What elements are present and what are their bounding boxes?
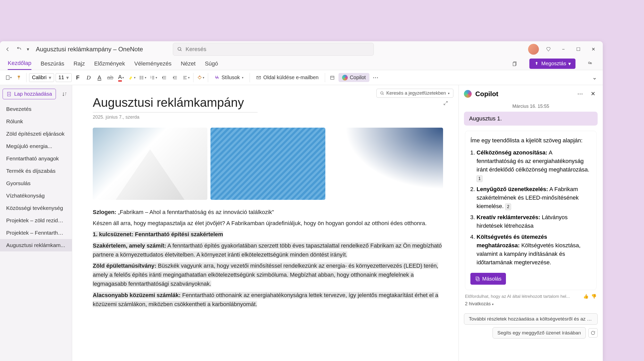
tag-icon[interactable] xyxy=(196,73,205,82)
content-image[interactable] xyxy=(328,128,443,200)
svg-point-7 xyxy=(140,77,140,78)
svg-point-3 xyxy=(588,62,590,64)
page-item[interactable]: Zöld építészeti eljárások xyxy=(0,128,72,140)
search-box[interactable] xyxy=(173,43,374,56)
teams-icon[interactable] xyxy=(585,59,595,69)
page-item[interactable]: Rólunk xyxy=(0,115,72,128)
citation-badge[interactable]: 1 xyxy=(477,175,482,182)
page-item[interactable]: Termék és díjszabás xyxy=(0,165,72,177)
page-item-active[interactable]: Augusztusi reklámkam... xyxy=(0,239,72,251)
copilot-user-message: Augusztus 1. xyxy=(464,112,598,126)
close-button[interactable]: ✕ xyxy=(588,44,599,55)
styles-button[interactable]: Stílusok▾ xyxy=(211,73,247,82)
undo-button[interactable] xyxy=(15,46,23,53)
page-canvas[interactable]: Keresés a jegyzetfüzetekben ▾ Augusztusi… xyxy=(72,85,459,361)
page-title[interactable]: Augusztusi reklámkampány xyxy=(93,95,258,112)
page-item[interactable]: Közösségi tevékenység xyxy=(0,202,72,214)
tab-home[interactable]: Kezdőlap xyxy=(8,57,31,70)
page-item[interactable]: Vízhatékonyság xyxy=(0,190,72,202)
svg-rect-2 xyxy=(513,62,516,66)
tab-view[interactable]: Nézet xyxy=(181,58,196,70)
tab-insert[interactable]: Beszúrás xyxy=(41,58,64,70)
bullet-list-icon[interactable] xyxy=(138,73,147,82)
strikethrough-icon[interactable]: ab xyxy=(106,73,115,82)
sort-icon[interactable] xyxy=(60,89,69,99)
content-image[interactable] xyxy=(210,128,325,200)
copy-button[interactable]: Másolás xyxy=(470,273,506,285)
image-row xyxy=(93,128,443,200)
svg-rect-5 xyxy=(6,76,9,79)
tab-draw[interactable]: Rajz xyxy=(73,58,85,70)
user-avatar[interactable] xyxy=(528,44,539,55)
svg-point-4 xyxy=(590,62,592,64)
copilot-list-item: Lenyűgöző üzenetkezelés: A Fabrikam szak… xyxy=(477,185,591,210)
tab-history[interactable]: Előzmények xyxy=(94,58,125,70)
premium-icon[interactable] xyxy=(543,44,554,55)
back-button[interactable] xyxy=(4,46,11,53)
numbered-list-icon[interactable]: 12 xyxy=(149,73,158,82)
copilot-suggestions: További részletek hozzáadása a költségve… xyxy=(459,311,603,341)
indent-icon[interactable] xyxy=(171,73,180,82)
font-size-select[interactable]: 11▾ xyxy=(56,73,72,82)
notebook-search[interactable]: Keresés a jegyzetfüzetekben ▾ xyxy=(376,89,453,98)
svg-point-8 xyxy=(140,78,140,79)
suggestion-pill[interactable]: További részletek hozzáadása a költségve… xyxy=(464,313,598,325)
copilot-ribbon-button[interactable]: Copilot xyxy=(338,73,369,82)
paste-icon[interactable]: ▾ xyxy=(4,73,13,82)
tab-help[interactable]: Súgó xyxy=(205,58,218,70)
page-sidebar: Lap hozzáadása Bevezetés Rólunk Zöld épí… xyxy=(0,85,72,361)
copilot-timestamp: Március 16. 15:55 xyxy=(459,103,603,110)
page-item[interactable]: Projektek – zöld rezidens... xyxy=(0,214,72,227)
align-icon[interactable] xyxy=(181,73,191,82)
content-image[interactable] xyxy=(93,128,207,200)
tab-review[interactable]: Véleményezés xyxy=(134,58,171,70)
font-name-select[interactable]: Calibri▾ xyxy=(29,73,54,82)
refresh-icon[interactable] xyxy=(588,328,598,338)
copilot-references[interactable]: 2 hivatkozás ▾ xyxy=(459,299,603,311)
email-page-button[interactable]: Oldal küldése e-mailben xyxy=(252,73,322,82)
minimize-button[interactable]: − xyxy=(558,44,569,55)
search-icon xyxy=(177,47,182,52)
qat-dropdown[interactable]: ▾ xyxy=(27,46,29,52)
pages-icon[interactable] xyxy=(510,59,520,69)
page-item[interactable]: Projektek – Fenntartható... xyxy=(0,227,72,239)
search-input[interactable] xyxy=(185,46,369,53)
page-list: Bevezetés Rólunk Zöld építészeti eljárás… xyxy=(0,103,72,361)
ribbon-collapse-icon[interactable]: ⌄ xyxy=(590,73,599,82)
share-label: Megosztás xyxy=(541,61,566,67)
maximize-button[interactable]: ☐ xyxy=(573,44,584,55)
expand-icon[interactable] xyxy=(443,101,448,107)
copilot-response: Íme egy teendőlista a kijelölt szöveg al… xyxy=(465,131,597,290)
copilot-icon xyxy=(342,75,348,80)
page-body[interactable]: Szlogen: „Fabrikam – Ahol a fenntartható… xyxy=(93,208,443,309)
thumbs-down-icon[interactable]: 👎 xyxy=(591,294,597,299)
underline-icon[interactable]: A xyxy=(95,73,104,82)
page-item[interactable]: Bevezetés xyxy=(0,103,72,115)
format-painter-icon[interactable] xyxy=(14,73,24,82)
add-page-button[interactable]: Lap hozzáadása xyxy=(3,89,56,99)
page-item[interactable]: Megújuló energia... xyxy=(0,140,72,152)
more-icon[interactable]: ⋯ xyxy=(575,89,585,99)
titlebar: ▾ Augusztusi reklámkampány – OneNote − ☐… xyxy=(0,41,603,57)
close-icon[interactable]: ✕ xyxy=(588,89,598,99)
more-icon[interactable]: ⋯ xyxy=(371,73,380,82)
highlight-icon[interactable] xyxy=(127,73,137,82)
outdent-icon[interactable] xyxy=(160,73,169,82)
italic-icon[interactable]: D xyxy=(84,73,93,82)
thumbs-up-icon[interactable]: 👍 xyxy=(583,294,589,299)
ribbon-toolbar: ▾ Calibri▾ 11▾ F D A ab A 12 Stílusok▾ O… xyxy=(0,70,603,85)
bold-icon[interactable]: F xyxy=(73,73,82,82)
page-item[interactable]: Fenntartható anyagok xyxy=(0,152,72,165)
share-button[interactable]: Megosztás ▾ xyxy=(529,59,575,69)
svg-rect-17 xyxy=(476,277,478,280)
meeting-icon[interactable] xyxy=(328,73,337,82)
citation-badge[interactable]: 2 xyxy=(505,203,511,210)
copilot-list-item: Költségvetés és ütemezés meghatározása: … xyxy=(477,233,591,267)
copy-icon xyxy=(475,276,480,281)
font-color-icon[interactable]: A xyxy=(116,73,126,82)
ribbon-tabs: Kezdőlap Beszúrás Rajz Előzmények Vélemé… xyxy=(0,57,603,70)
page-item[interactable]: Gyorsulás xyxy=(0,177,72,190)
window-title: Augusztusi reklámkampány – OneNote xyxy=(36,46,143,53)
copilot-logo-icon xyxy=(464,90,472,98)
suggestion-pill[interactable]: Segíts egy meggyőző üzenet írásában xyxy=(493,327,586,339)
